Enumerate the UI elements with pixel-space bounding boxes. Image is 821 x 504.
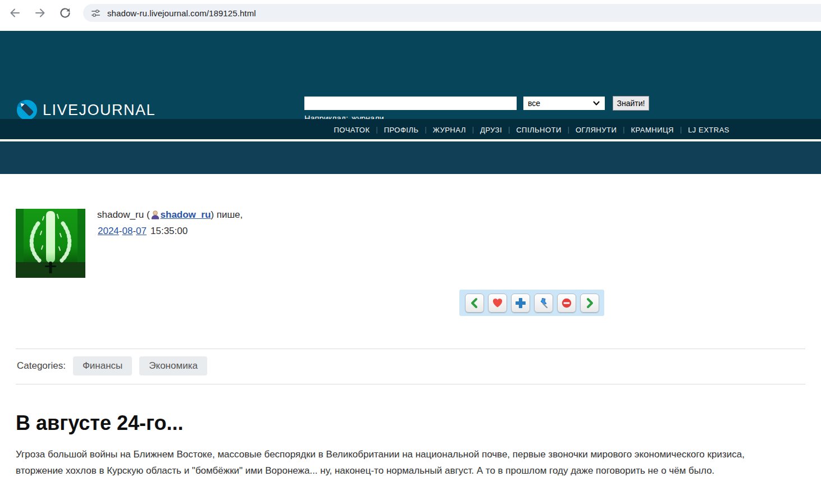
pin-button[interactable] — [534, 294, 553, 313]
reload-icon[interactable] — [58, 6, 72, 20]
nav-item-explore[interactable]: ОГЛЯНУТИ — [569, 126, 623, 134]
site-header: LIVEJOURNAL все Знайти! Наприклад:журнал… — [0, 31, 821, 119]
user-head-icon[interactable] — [150, 210, 160, 219]
nav-item-journal[interactable]: ЖУРНАЛ — [427, 126, 472, 134]
nav-item-home[interactable]: ПОЧАТОК — [327, 126, 376, 134]
pushpin-icon — [538, 297, 549, 309]
add-to-friends-button[interactable] — [511, 294, 530, 313]
browser-toolbar: shadow-ru.livejournal.com/189125.html — [0, 0, 821, 26]
author-profile-link[interactable]: shadow_ru — [161, 209, 211, 220]
like-button[interactable] — [488, 294, 507, 313]
previous-entry-button[interactable] — [465, 294, 484, 313]
nav-item-communities[interactable]: СПІЛЬНОТИ — [510, 126, 568, 134]
livejournal-logo-icon[interactable] — [16, 98, 38, 121]
user-avatar[interactable] — [16, 209, 85, 278]
chevron-down-icon — [592, 99, 600, 107]
divider — [16, 349, 805, 349]
next-entry-button[interactable] — [580, 294, 599, 313]
entry-action-toolbar — [459, 290, 604, 316]
post-title: В августе 24-го... — [16, 411, 184, 435]
search-scope-value: все — [528, 99, 540, 108]
author-name: shadow_ru — [97, 209, 144, 220]
chevron-right-icon — [584, 297, 595, 309]
nav-item-profile[interactable]: ПРОФІЛЬ — [378, 126, 425, 134]
site-settings-icon[interactable] — [91, 8, 101, 18]
post-date-line: 2024-08-0715:35:00 — [98, 226, 188, 237]
url-bar[interactable]: shadow-ru.livejournal.com/189125.html — [83, 4, 821, 22]
category-tag-finance[interactable]: Финансы — [73, 356, 132, 375]
categories-row: Categories: Финансы Экономика — [17, 356, 207, 376]
chevron-left-icon — [469, 297, 480, 309]
block-button[interactable] — [557, 294, 576, 313]
main-navbar: ПОЧАТОК| ПРОФІЛЬ| ЖУРНАЛ| ДРУЗІ| СПІЛЬНО… — [0, 119, 821, 140]
category-tag-economy[interactable]: Экономика — [139, 356, 207, 375]
nav-item-friends[interactable]: ДРУЗІ — [474, 126, 508, 134]
forward-icon[interactable] — [33, 6, 47, 20]
heart-icon — [492, 297, 503, 309]
search-input[interactable] — [304, 97, 517, 110]
back-icon[interactable] — [8, 6, 22, 20]
post-time: 15:35:00 — [150, 226, 188, 236]
nav-item-shop[interactable]: КРАМНИЦЯ — [624, 126, 680, 134]
no-entry-icon — [561, 297, 572, 309]
date-day-link[interactable]: 07 — [136, 226, 147, 236]
url-text: shadow-ru.livejournal.com/189125.html — [107, 8, 256, 18]
date-month-link[interactable]: 08 — [122, 226, 133, 236]
site-title: LIVEJOURNAL — [43, 102, 156, 119]
plus-icon — [515, 297, 526, 309]
header-subband — [0, 141, 821, 174]
date-year-link[interactable]: 2024 — [98, 226, 119, 236]
nav-item-lj-extras[interactable]: LJ EXTRAS — [682, 126, 736, 134]
search-button[interactable]: Знайти! — [613, 96, 649, 111]
post-author-line: shadow_ru (shadow_ru) пише, — [97, 209, 243, 221]
divider — [16, 384, 805, 384]
search-scope-select[interactable]: все — [523, 97, 605, 110]
categories-label: Categories: — [17, 360, 66, 372]
post-body: Угроза большой войны на Ближнем Востоке,… — [16, 446, 784, 479]
